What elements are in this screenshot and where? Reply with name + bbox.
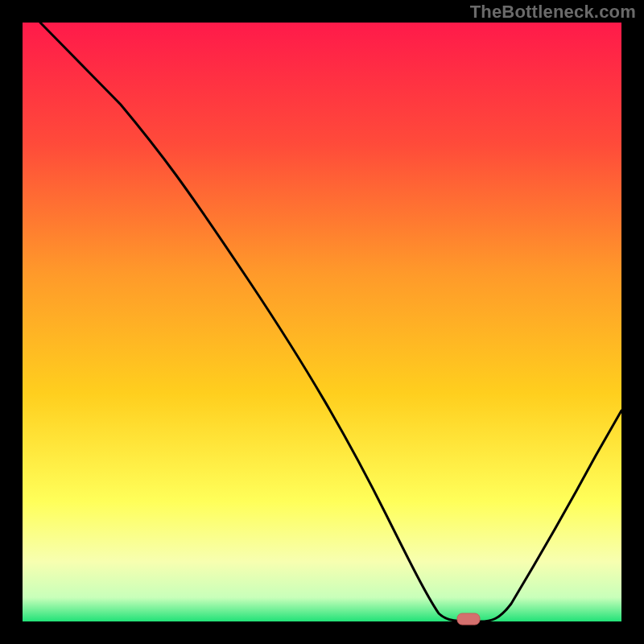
- optimal-marker: [457, 613, 480, 625]
- chart-container: TheBottleneck.com: [0, 0, 644, 644]
- chart-svg: [0, 0, 644, 644]
- plot-background: [23, 23, 621, 621]
- watermark-text: TheBottleneck.com: [470, 2, 636, 23]
